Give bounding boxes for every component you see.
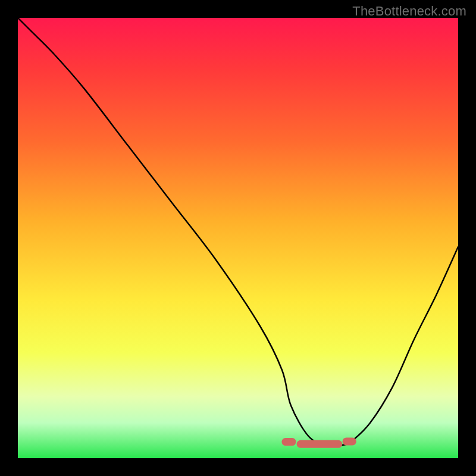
chart-frame: TheBottleneck.com <box>0 0 476 476</box>
watermark-text: TheBottleneck.com <box>352 4 466 19</box>
curve-highlight-markers <box>286 441 352 444</box>
chart-svg <box>18 18 458 458</box>
bottleneck-curve <box>18 18 458 446</box>
chart-plot-area <box>18 18 458 458</box>
